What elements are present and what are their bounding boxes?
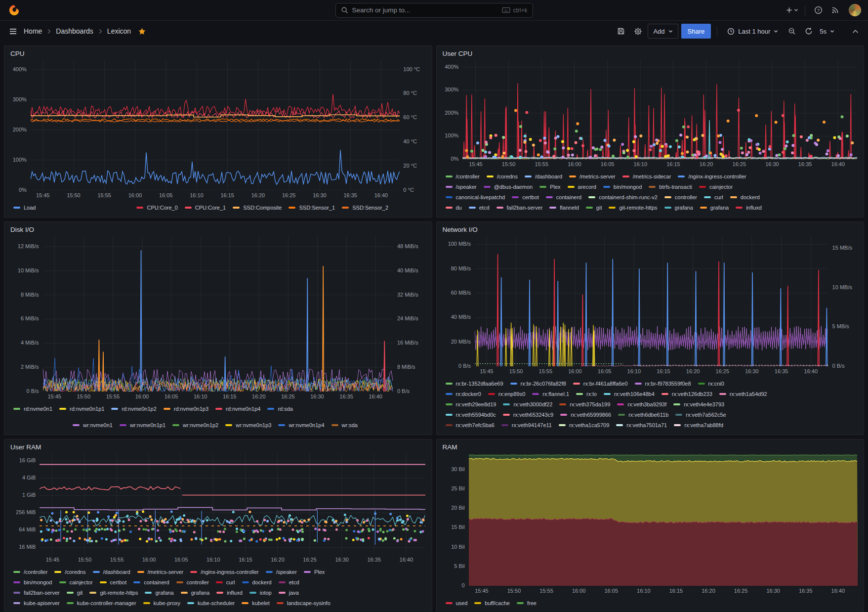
legend-item[interactable]: grafana: [181, 590, 209, 596]
legend-item[interactable]: controller: [664, 194, 697, 200]
legend-item[interactable]: dockerd: [730, 194, 760, 200]
legend-item[interactable]: etcd: [469, 205, 490, 211]
refresh-interval-picker[interactable]: 5s: [819, 24, 838, 39]
legend-item[interactable]: /speaker: [266, 569, 297, 575]
legend-item[interactable]: rx:vetha7501a71: [616, 422, 667, 428]
legend-item[interactable]: rx:veth7efc5ba6: [446, 422, 495, 428]
legend-item[interactable]: kube-controller-manager: [67, 600, 136, 606]
legend-item[interactable]: du: [446, 205, 462, 211]
search-input[interactable]: Search or jump to... ctrl+k: [335, 3, 533, 18]
legend-item[interactable]: wr:nvme0n1p2: [172, 422, 218, 428]
legend-item[interactable]: rx:veth94147e11: [501, 422, 552, 428]
panel-title[interactable]: Network I/O: [443, 225, 858, 235]
legend-item[interactable]: /metrics-server: [569, 174, 616, 179]
time-series-chart[interactable]: 100 MB/s80 MB/s60 MB/s40 MB/s20 MB/s0 B/…: [443, 236, 858, 431]
legend-item[interactable]: /coredns: [487, 174, 518, 179]
legend-item[interactable]: wr:nvme0n1p4: [278, 422, 324, 428]
legend-item[interactable]: git-remote-https: [89, 590, 138, 596]
legend-item[interactable]: CPU:Core_0: [136, 205, 177, 211]
legend-item[interactable]: containerd: [546, 194, 581, 200]
legend-item[interactable]: /dashboard: [525, 174, 562, 179]
time-range-picker[interactable]: Last 1 hour: [723, 24, 782, 39]
user-avatar[interactable]: [849, 4, 861, 16]
favorite-star-button[interactable]: [138, 27, 146, 36]
grafana-logo[interactable]: [7, 3, 20, 17]
legend-item[interactable]: /controller: [446, 174, 480, 179]
legend-item[interactable]: influxd: [216, 590, 243, 596]
legend-item[interactable]: certbot: [100, 579, 127, 585]
panel-title[interactable]: User RAM: [10, 442, 426, 452]
panel-title[interactable]: CPU: [10, 49, 426, 59]
legend-item[interactable]: rx:br-26c076fa82f8: [510, 381, 566, 387]
legend-item[interactable]: wr:nvme0n1p3: [225, 422, 271, 428]
menu-button[interactable]: [6, 24, 20, 38]
legend-item[interactable]: rx:docker0: [446, 391, 481, 397]
zoom-out-button[interactable]: [785, 24, 799, 38]
legend-item[interactable]: rd:nvme0n1: [13, 406, 52, 412]
legend-item[interactable]: rx:br-f461a8ffa6e0: [573, 381, 628, 387]
legend-item[interactable]: bin/mongod: [13, 579, 52, 585]
legend-item[interactable]: fail2ban-server: [496, 205, 543, 211]
legend-item[interactable]: grafana: [700, 205, 729, 211]
legend-item[interactable]: rx:veth5594bd0c: [446, 412, 496, 418]
legend-item[interactable]: btrfs-transacti: [649, 184, 692, 190]
breadcrumb-home[interactable]: Home: [22, 26, 44, 36]
legend-item[interactable]: influxd: [736, 205, 762, 211]
legend-item[interactable]: rd:sda: [267, 406, 293, 412]
legend-item[interactable]: controller: [176, 579, 209, 585]
legend-item[interactable]: cainjector: [59, 579, 93, 585]
legend-item[interactable]: rx:flannel.1: [532, 391, 569, 397]
legend-item[interactable]: grafana: [145, 590, 173, 596]
legend-item[interactable]: rx:vetha7ab88fd: [674, 422, 723, 428]
legend-item[interactable]: rd:nvme0n1p1: [59, 406, 104, 412]
legend-item[interactable]: rd:nvme0n1p3: [164, 406, 208, 412]
legend-item[interactable]: kube-scheduler: [187, 600, 235, 606]
plot-area[interactable]: [31, 60, 400, 190]
legend-item[interactable]: wr:sda: [331, 422, 358, 428]
legend-item[interactable]: rx:cni0: [698, 381, 724, 387]
legend-item[interactable]: wr:nvme0n1p1: [120, 422, 165, 428]
legend-item[interactable]: rx:veth65999866: [560, 412, 611, 418]
legend-item[interactable]: arecord: [568, 184, 596, 190]
legend-item[interactable]: kube-apiserver: [13, 600, 60, 606]
legend-item[interactable]: rx:br-f9783559f0e8: [635, 381, 691, 387]
refresh-button[interactable]: [802, 24, 816, 38]
help-button[interactable]: ?: [811, 3, 825, 17]
legend-item[interactable]: rx:veth4e4e3793: [673, 401, 724, 407]
legend-item[interactable]: dockerd: [242, 579, 272, 585]
legend-item[interactable]: rx:veth3ba9293f: [617, 401, 666, 407]
legend-item[interactable]: buff/cache: [474, 600, 510, 606]
legend-item[interactable]: kube-proxy: [143, 600, 180, 606]
panel-title[interactable]: Disk I/O: [10, 225, 426, 235]
save-dashboard-button[interactable]: [614, 24, 628, 38]
legend-item[interactable]: wr:nvme0n1: [73, 422, 113, 428]
legend-item[interactable]: rx:vetha1ca5709: [559, 422, 609, 428]
share-button[interactable]: Share: [681, 24, 711, 39]
legend-item[interactable]: landscape-sysinfo: [277, 600, 331, 606]
legend-item[interactable]: /metrics-sidecar: [622, 174, 671, 179]
news-button[interactable]: [828, 3, 842, 17]
legend-item[interactable]: /nginx-ingress-controller: [678, 174, 746, 179]
legend-item[interactable]: rx:veth126db233: [661, 391, 712, 397]
legend-item[interactable]: Plex: [304, 569, 325, 575]
legend-item[interactable]: fail2ban-server: [13, 590, 60, 596]
legend-item[interactable]: Load: [13, 205, 36, 211]
legend-item[interactable]: rx:lo: [576, 391, 597, 397]
legend-item[interactable]: rd:nvme0n1p4: [215, 406, 260, 412]
legend-item[interactable]: rx:veth7a562c5e: [675, 412, 726, 418]
time-series-chart[interactable]: 16 GiB4 GiB1 GiB256 MiB64 MiB16 MiB15:45…: [10, 453, 426, 609]
legend-item[interactable]: rx:veth1a54d92: [719, 391, 767, 397]
legend-item[interactable]: rx:veth653243c9: [503, 412, 553, 418]
panel-title[interactable]: User CPU: [443, 49, 858, 59]
dashboard-settings-button[interactable]: [631, 24, 645, 38]
legend-item[interactable]: containerd: [133, 579, 169, 585]
legend-item[interactable]: iotop: [249, 590, 272, 596]
legend-item[interactable]: git: [67, 590, 83, 596]
legend-item[interactable]: free: [517, 600, 537, 606]
legend-item[interactable]: @dbus-daemon: [484, 184, 533, 190]
legend-item[interactable]: grafana: [664, 205, 693, 211]
legend-item[interactable]: bin/mongod: [603, 184, 642, 190]
legend-item[interactable]: /coredns: [54, 569, 85, 575]
legend-item[interactable]: rx:veth106e48b4: [604, 391, 655, 397]
legend-item[interactable]: rx:br-1352dfaa6e69: [446, 381, 503, 387]
